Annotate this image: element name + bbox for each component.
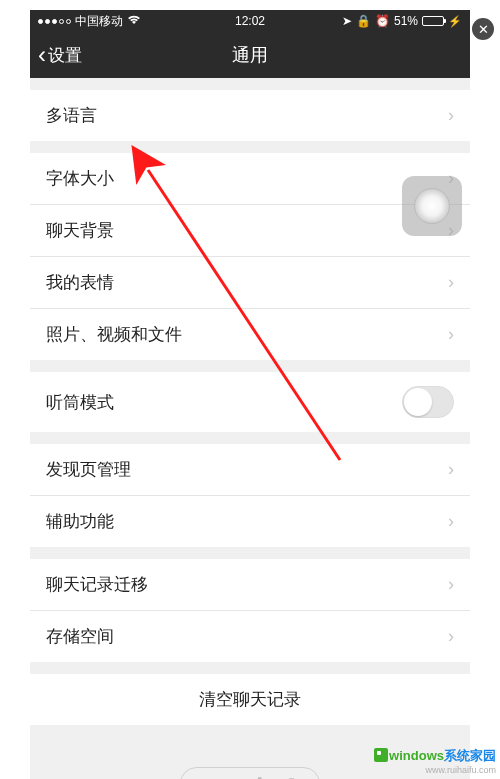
chevron-right-icon: › (448, 324, 454, 345)
watermark-logo-icon (374, 748, 388, 762)
settings-group: 清空聊天记录 (30, 674, 470, 725)
watermark-text-a: windows (389, 748, 444, 763)
cell-label: 多语言 (46, 104, 97, 127)
cell-label: 字体大小 (46, 167, 114, 190)
prev-icon[interactable]: ‹ (199, 774, 204, 780)
cell-chat-migration[interactable]: 聊天记录迁移 › (30, 559, 470, 611)
alarm-icon: ⏰ (375, 14, 390, 28)
assistive-touch-icon (414, 188, 450, 224)
cell-label: 听筒模式 (46, 391, 114, 414)
cell-label: 存储空间 (46, 625, 114, 648)
settings-group: 发现页管理 › 辅助功能 › (30, 444, 470, 547)
status-bar: 中国移动 12:02 ➤ 🔒 ⏰ 51% ⚡ (30, 10, 470, 32)
battery-percent: 51% (394, 14, 418, 28)
header: 中国移动 12:02 ➤ 🔒 ⏰ 51% ⚡ ‹ (30, 10, 470, 78)
back-button[interactable]: ‹ 设置 (38, 43, 82, 67)
back-label: 设置 (48, 44, 82, 67)
close-icon: ✕ (478, 22, 489, 37)
charging-icon: ⚡ (448, 15, 462, 28)
chevron-left-icon: ‹ (38, 43, 46, 67)
next-icon[interactable]: › (226, 774, 231, 780)
refresh-icon[interactable]: ↻ (288, 774, 301, 780)
cell-storage[interactable]: 存储空间 › (30, 611, 470, 662)
earpiece-mode-switch[interactable] (402, 386, 454, 418)
wifi-icon (127, 14, 141, 28)
cell-label: 清空聊天记录 (199, 688, 301, 711)
location-icon: ➤ (342, 14, 352, 28)
settings-group: 聊天记录迁移 › 存储空间 › (30, 559, 470, 662)
battery-icon (422, 16, 444, 26)
cell-label: 照片、视频和文件 (46, 323, 182, 346)
cell-label: 聊天背景 (46, 219, 114, 242)
cell-my-stickers[interactable]: 我的表情 › (30, 257, 470, 309)
page-title: 通用 (232, 43, 268, 67)
cell-earpiece-mode[interactable]: 听筒模式 (30, 372, 470, 432)
watermark-url: www.ruihaifu.com (374, 765, 496, 775)
chevron-right-icon: › (448, 626, 454, 647)
cell-label: 我的表情 (46, 271, 114, 294)
cell-accessibility[interactable]: 辅助功能 › (30, 496, 470, 547)
chevron-right-icon: › (448, 459, 454, 480)
chevron-right-icon: › (448, 105, 454, 126)
settings-group: 多语言 › (30, 90, 470, 141)
cell-label: 聊天记录迁移 (46, 573, 148, 596)
assistive-touch-button[interactable] (402, 176, 462, 236)
settings-group: 听筒模式 (30, 372, 470, 432)
cell-media-files[interactable]: 照片、视频和文件 › (30, 309, 470, 360)
download-icon[interactable]: ⬇ (253, 774, 266, 780)
close-button[interactable]: ✕ (472, 18, 494, 40)
carrier-label: 中国移动 (75, 13, 123, 30)
nav-bar: ‹ 设置 通用 (30, 32, 470, 78)
cell-language[interactable]: 多语言 › (30, 90, 470, 141)
cell-label: 辅助功能 (46, 510, 114, 533)
cell-discover-manage[interactable]: 发现页管理 › (30, 444, 470, 496)
cell-label: 发现页管理 (46, 458, 131, 481)
phone-screen: 中国移动 12:02 ➤ 🔒 ⏰ 51% ⚡ ‹ (30, 10, 470, 779)
watermark: windows系统家园 www.ruihaifu.com (374, 747, 496, 775)
orientation-lock-icon: 🔒 (356, 14, 371, 28)
chevron-right-icon: › (448, 272, 454, 293)
watermark-text-b: 系统家园 (444, 748, 496, 763)
clear-chat-history-button[interactable]: 清空聊天记录 (30, 674, 470, 725)
chevron-right-icon: › (448, 574, 454, 595)
signal-dots-icon (38, 19, 71, 24)
chevron-right-icon: › (448, 511, 454, 532)
